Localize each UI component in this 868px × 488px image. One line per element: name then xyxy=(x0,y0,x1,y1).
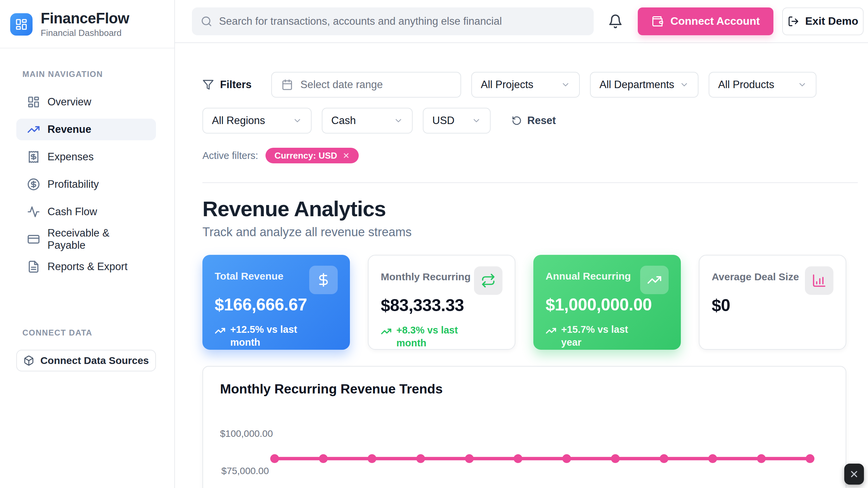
sidebar-item-label: Expenses xyxy=(47,151,94,163)
products-dropdown-value: All Products xyxy=(718,79,774,91)
dollar-sign-icon xyxy=(316,272,331,287)
reset-filters-button[interactable]: Reset xyxy=(512,115,556,127)
exit-demo-button[interactable]: Exit Demo xyxy=(782,7,864,35)
projects-dropdown-value: All Projects xyxy=(481,79,533,91)
metric-iconbox xyxy=(474,266,502,295)
currency-dropdown-value: USD xyxy=(432,115,454,127)
app-logo-icon xyxy=(10,13,33,36)
total-revenue-card: Total Revenue $166,666.67 xyxy=(202,255,350,350)
sidebar-item-receivable-payable[interactable]: Receivable & Payable xyxy=(16,228,156,250)
connect-account-button[interactable]: Connect Account xyxy=(638,7,773,35)
layout-dashboard-icon xyxy=(27,96,40,108)
metric-label: Average Deal Size xyxy=(712,271,799,283)
sidebar-item-label: Revenue xyxy=(47,123,91,136)
metric-iconbox xyxy=(309,266,338,294)
trending-up-icon xyxy=(546,325,556,336)
filters-title: Filters xyxy=(220,79,252,91)
sidebar-item-label: Overview xyxy=(47,96,91,108)
app-window: FinanceFlow Financial Dashboard MAIN NAV… xyxy=(0,0,868,488)
active-filters-label: Active filters: xyxy=(202,150,258,161)
average-deal-size-card: Average Deal Size $0 xyxy=(699,255,846,350)
filters-title-group: Filters xyxy=(202,79,252,91)
exit-demo-label: Exit Demo xyxy=(805,15,858,27)
brand-name: FinanceFlow xyxy=(41,10,129,26)
remove-filter-icon[interactable] xyxy=(342,152,350,159)
chevron-down-icon xyxy=(797,80,807,89)
filters-row-1: Filters Select date range All Projects xyxy=(202,72,858,98)
main-area: Connect Account Exit Demo xyxy=(175,0,868,488)
regions-dropdown[interactable]: All Regions xyxy=(202,108,312,134)
calendar-icon xyxy=(281,79,293,90)
global-search xyxy=(192,7,594,35)
connect-data-sources-label: Connect Data Sources xyxy=(40,355,149,366)
date-range-input[interactable]: Select date range xyxy=(271,72,461,98)
close-overlay-button[interactable] xyxy=(844,464,864,485)
sidebar-item-revenue[interactable]: Revenue xyxy=(16,119,156,140)
search-icon xyxy=(201,16,212,27)
close-icon xyxy=(849,469,859,479)
page-title: Revenue Analytics xyxy=(202,197,858,221)
regions-dropdown-value: All Regions xyxy=(212,115,265,127)
rotate-ccw-icon xyxy=(512,116,522,126)
wallet-icon xyxy=(651,15,664,27)
chevron-down-icon xyxy=(561,80,570,89)
circle-dollar-icon xyxy=(27,178,40,191)
content-scroll-area[interactable]: Filters Select date range All Projects xyxy=(175,43,868,488)
chevron-down-icon xyxy=(679,80,689,89)
mrr-trends-chart-card: Monthly Recurring Revenue Trends $100,00… xyxy=(202,366,846,488)
metric-cards-row: Total Revenue $166,666.67 xyxy=(202,255,858,350)
line-series xyxy=(220,411,830,488)
sidebar-item-reports-export[interactable]: Reports & Export xyxy=(16,256,156,278)
log-out-icon xyxy=(788,16,799,27)
sidebar-item-overview[interactable]: Overview xyxy=(16,91,156,113)
package-icon xyxy=(23,355,34,366)
sidebar: FinanceFlow Financial Dashboard MAIN NAV… xyxy=(0,0,175,488)
metric-trend-text: +15.7% vs last year xyxy=(561,323,651,349)
section-divider xyxy=(202,182,858,183)
metric-iconbox xyxy=(640,266,669,294)
accounting-basis-dropdown[interactable]: Cash xyxy=(322,108,413,134)
projects-dropdown[interactable]: All Projects xyxy=(471,72,580,98)
sidebar-item-profitability[interactable]: Profitability xyxy=(16,174,156,195)
trending-up-icon xyxy=(647,272,662,287)
sidebar-item-label: Reports & Export xyxy=(47,261,127,273)
bar-chart-icon xyxy=(812,273,827,288)
metric-trend-text: +8.3% vs last month xyxy=(396,324,486,349)
annual-recurring-card: Annual Recurring $1,000,000.00 xyxy=(533,255,681,350)
sidebar-item-cash-flow[interactable]: Cash Flow xyxy=(16,201,156,223)
main-navigation: Overview Revenue Expenses xyxy=(0,91,174,283)
search-input[interactable] xyxy=(219,15,585,27)
metric-value: $166,666.67 xyxy=(215,295,338,314)
chart-title: Monthly Recurring Revenue Trends xyxy=(220,382,829,396)
bell-icon xyxy=(608,14,623,29)
active-filters-row: Active filters: Currency: USD xyxy=(202,148,858,163)
accounting-basis-value: Cash xyxy=(331,115,356,127)
metric-label: Total Revenue xyxy=(215,270,283,282)
connect-data-sources-button[interactable]: Connect Data Sources xyxy=(16,350,156,371)
metric-value: $83,333.33 xyxy=(381,296,502,315)
metric-label: Monthly Recurring xyxy=(381,271,471,283)
chevron-down-icon xyxy=(293,116,302,125)
chevron-down-icon xyxy=(394,116,403,125)
metric-label: Annual Recurring xyxy=(546,270,631,282)
metric-iconbox xyxy=(805,266,833,295)
date-range-placeholder: Select date range xyxy=(300,79,383,91)
departments-dropdown[interactable]: All Departments xyxy=(590,72,698,98)
products-dropdown[interactable]: All Products xyxy=(709,72,816,98)
notifications-button[interactable] xyxy=(608,14,623,29)
connect-account-label: Connect Account xyxy=(670,15,760,27)
nav-section-label: MAIN NAVIGATION xyxy=(22,69,174,79)
metric-trend: +15.7% vs last year xyxy=(546,323,651,349)
sidebar-item-label: Receivable & Payable xyxy=(47,227,145,251)
currency-dropdown[interactable]: USD xyxy=(423,108,491,134)
trending-up-icon xyxy=(215,325,225,336)
mrr-line-chart: $100,000.00 $75,000.00 $50,000.00 xyxy=(220,411,829,488)
connect-data-section-label: CONNECT DATA xyxy=(22,328,174,338)
monthly-recurring-card: Monthly Recurring $83,333.33 xyxy=(368,255,515,350)
sidebar-item-expenses[interactable]: Expenses xyxy=(16,146,156,168)
activity-icon xyxy=(27,205,40,218)
metric-trend-text: +12.5% vs last month xyxy=(230,323,320,349)
brand-subtitle: Financial Dashboard xyxy=(41,28,129,38)
sidebar-item-label: Cash Flow xyxy=(47,206,97,218)
trending-up-icon xyxy=(381,326,392,337)
